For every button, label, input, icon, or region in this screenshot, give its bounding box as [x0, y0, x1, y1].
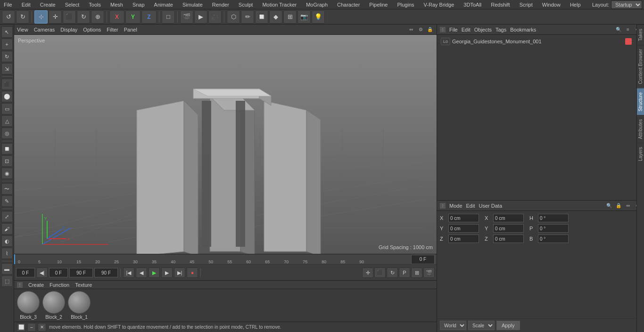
- attr-panel-grip[interactable]: ⋮: [440, 203, 446, 209]
- menu-snap[interactable]: Snap: [131, 2, 147, 8]
- end-frame-input[interactable]: [69, 268, 93, 277]
- prev-frame-btn[interactable]: ◀: [136, 267, 147, 278]
- vp-menu-filter[interactable]: Filter: [107, 27, 118, 32]
- tab-takes[interactable]: Takes: [637, 24, 644, 45]
- grid-button[interactable]: ⊞: [283, 10, 297, 24]
- ls-subdiv-btn[interactable]: 🔲: [1, 143, 13, 154]
- coord-x2-input[interactable]: [493, 214, 524, 222]
- obj-menu-edit[interactable]: Edit: [462, 27, 471, 32]
- coord-y2-input[interactable]: [493, 224, 524, 233]
- obj-menu-objects[interactable]: Objects: [474, 27, 492, 32]
- ls-pen-btn[interactable]: ✎: [1, 195, 13, 207]
- current-frame-input2[interactable]: [49, 268, 68, 277]
- render-region-button[interactable]: ▶: [194, 10, 207, 24]
- tc-film-btn[interactable]: 🎬: [423, 267, 435, 278]
- material-panel-grip[interactable]: ⋮: [17, 282, 23, 288]
- camera-button[interactable]: 📷: [297, 10, 311, 24]
- ls-spline-btn[interactable]: 〜: [1, 183, 13, 194]
- objects-content[interactable]: Lo Georgia_Guidestones_Monument_001 ·: [437, 35, 644, 200]
- cube-button[interactable]: ⬡: [227, 10, 240, 24]
- menu-pipeline[interactable]: Pipeline: [367, 2, 389, 8]
- mat-menu-function[interactable]: Function: [50, 282, 69, 288]
- obj-tag-icon[interactable]: [625, 38, 632, 45]
- tc-move-btn[interactable]: ✛: [362, 267, 373, 278]
- attr-menu-userdata[interactable]: User Data: [479, 203, 503, 209]
- menu-render[interactable]: Render: [210, 2, 231, 8]
- ls-plane-btn[interactable]: ▭: [1, 103, 13, 114]
- ls-scale-btn[interactable]: ⇲: [1, 63, 13, 74]
- obj-search-icon[interactable]: 🔍: [615, 26, 622, 33]
- z-axis-button[interactable]: Z: [141, 10, 157, 24]
- attr-expand-icon[interactable]: ⇔: [624, 202, 632, 210]
- mat-menu-texture[interactable]: Texture: [75, 282, 92, 288]
- object-mode-button[interactable]: □: [162, 10, 175, 24]
- y-axis-button[interactable]: Y: [125, 10, 140, 24]
- material-item-block1[interactable]: Block_1: [68, 291, 91, 320]
- rotate-tool-button[interactable]: ↻: [77, 10, 90, 24]
- attr-menu-mode[interactable]: Mode: [449, 203, 462, 209]
- menu-motion-tracker[interactable]: Motion Tracker: [260, 2, 298, 8]
- world-dropdown[interactable]: World: [440, 321, 466, 330]
- next-frame-btn[interactable]: ▶: [161, 267, 173, 278]
- ls-cube-btn[interactable]: ⬛: [1, 79, 13, 90]
- tc-rotate-btn[interactable]: ↻: [387, 267, 398, 278]
- render-button[interactable]: 🎬: [180, 10, 193, 24]
- attr-search-icon[interactable]: 🔍: [605, 202, 613, 210]
- redo-button[interactable]: ↻: [16, 10, 29, 24]
- menu-animate[interactable]: Animate: [152, 2, 175, 8]
- material-item-block2[interactable]: Block_2: [42, 291, 65, 320]
- menu-tools[interactable]: Tools: [87, 2, 103, 8]
- ls-sphere-btn[interactable]: ⚪: [1, 91, 13, 102]
- menu-sculpt[interactable]: Sculpt: [237, 2, 255, 8]
- ls-cone-btn[interactable]: △: [1, 115, 13, 127]
- light-button[interactable]: 💡: [312, 10, 325, 24]
- attr-lock-icon[interactable]: 🔒: [615, 202, 622, 210]
- vp-menu-view[interactable]: View: [17, 27, 28, 32]
- obj-menu-tags[interactable]: Tags: [495, 27, 506, 32]
- ls-paint-btn[interactable]: 🖌: [1, 223, 13, 235]
- menu-vray[interactable]: V-Ray Bridge: [422, 2, 456, 8]
- select-tool-button[interactable]: ⊹: [34, 10, 48, 24]
- mat-menu-create[interactable]: Create: [28, 282, 44, 288]
- menu-file[interactable]: File: [2, 2, 14, 8]
- tc-select-btn[interactable]: ⬛: [374, 267, 386, 278]
- current-frame-input[interactable]: [411, 255, 435, 264]
- ls-rotate-btn[interactable]: ↻: [1, 51, 13, 62]
- prev-keyframe-btn[interactable]: ◀|: [36, 267, 48, 278]
- go-start-btn[interactable]: |◀: [123, 267, 134, 278]
- obj-menu-file[interactable]: File: [449, 27, 458, 32]
- undo-button[interactable]: ↺: [2, 10, 15, 24]
- total-frames-input[interactable]: [94, 268, 118, 277]
- attr-menu-edit[interactable]: Edit: [466, 203, 475, 209]
- move-tool-button[interactable]: ✛: [49, 10, 62, 24]
- material-item-block3[interactable]: Block_3: [17, 291, 40, 320]
- status-icon-1[interactable]: ⬜: [17, 323, 25, 332]
- tab-layers[interactable]: Layers: [637, 143, 644, 165]
- menu-simulate[interactable]: Simulate: [181, 2, 205, 8]
- ls-deform-btn[interactable]: ⤢: [1, 211, 13, 222]
- coord-x-input[interactable]: [448, 214, 479, 222]
- ls-floor-btn[interactable]: ▬: [1, 263, 13, 275]
- vp-settings-icon[interactable]: ⚙: [417, 26, 424, 33]
- ls-sculpt-btn[interactable]: ◐: [1, 235, 13, 247]
- menu-redshift[interactable]: Redshift: [489, 2, 512, 8]
- coord-h-input[interactable]: [538, 214, 569, 222]
- tc-dots-btn[interactable]: ⊞: [411, 267, 422, 278]
- tab-structure[interactable]: Structure: [637, 88, 644, 115]
- status-icon-close[interactable]: ✕: [38, 323, 46, 332]
- obj-menu-bookmarks[interactable]: Bookmarks: [510, 27, 536, 32]
- vp-menu-panel[interactable]: Panel: [124, 27, 137, 32]
- obj-layers-icon[interactable]: ≡: [624, 26, 632, 33]
- render-settings-button[interactable]: 🎥: [208, 10, 222, 24]
- ls-backdrop-btn[interactable]: ⬚: [1, 275, 13, 287]
- ls-boole-btn[interactable]: ◉: [1, 168, 13, 179]
- obj-item-monument[interactable]: Lo Georgia_Guidestones_Monument_001 ·: [439, 37, 642, 46]
- start-frame-input[interactable]: [16, 268, 35, 277]
- ls-move-btn[interactable]: +: [1, 39, 13, 50]
- play-btn[interactable]: ▶: [149, 267, 160, 278]
- viewport[interactable]: Perspective Grid Spacing : 1000 cm X Y Z: [14, 35, 437, 254]
- tab-content-browser[interactable]: Content Browser: [637, 45, 644, 88]
- layout-select[interactable]: Startup: [611, 0, 642, 9]
- objects-panel-grip[interactable]: ⋮: [440, 27, 446, 32]
- vp-expand-icon[interactable]: ⇔: [407, 26, 415, 33]
